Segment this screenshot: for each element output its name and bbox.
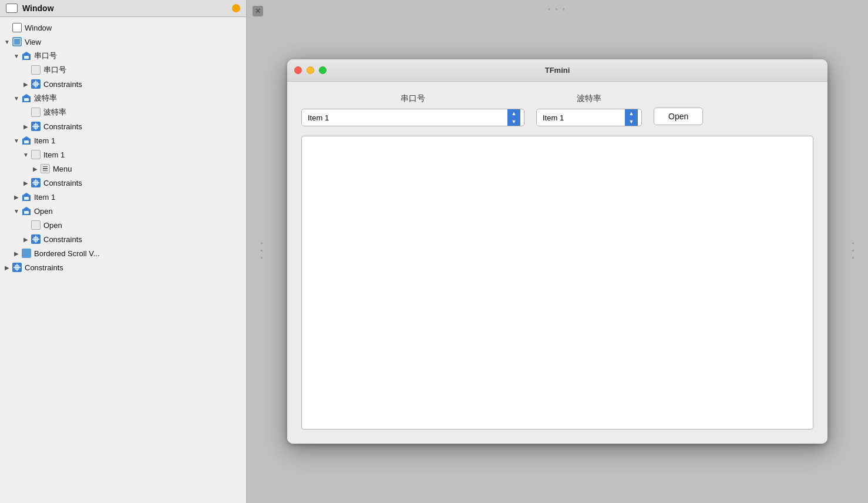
disclosure-serial-constraints[interactable] <box>21 79 31 89</box>
combo-icon-item1 <box>21 135 32 146</box>
open-button-group: x Open <box>654 93 703 126</box>
tree-item-baud-constraints[interactable]: Constraints <box>0 119 246 133</box>
constraints-icon-item1 <box>31 177 41 188</box>
label-open-field: Open <box>43 221 62 230</box>
label-view: View <box>25 38 41 46</box>
combo-icon-item1b <box>21 192 32 202</box>
constraints-icon-root <box>12 262 22 273</box>
label-root-constraints: Constraints <box>25 263 63 272</box>
baud-rate-group: 波特率 ▲ ▼ <box>536 93 642 126</box>
label-serial-constraints: Constraints <box>43 80 82 89</box>
baud-rate-combobox[interactable]: ▲ ▼ <box>536 109 642 126</box>
maximize-traffic-light[interactable] <box>319 66 327 74</box>
tree-item-item1-constraints[interactable]: Constraints <box>0 176 246 190</box>
tree-item-window[interactable]: Window <box>0 21 246 35</box>
textfield-icon-open <box>31 220 41 230</box>
label-open-constraints: Constraints <box>43 235 82 244</box>
tree-item-item1-group[interactable]: Item 1 <box>0 133 246 147</box>
panel-title: Window <box>22 4 54 13</box>
label-item1b: Item 1 <box>34 193 55 202</box>
tree-item-item1-sub[interactable]: Item 1 <box>0 147 246 162</box>
scroll-icon <box>21 248 32 259</box>
disclosure-serial-field <box>21 65 31 75</box>
serial-port-stepper[interactable]: ▲ ▼ <box>507 109 520 126</box>
tree-item-open-field[interactable]: Open <box>0 218 246 232</box>
tree-item-view[interactable]: View <box>0 35 246 49</box>
tree-item-baud-field[interactable]: 波特率 <box>0 105 246 119</box>
dots-right: • • • <box>850 242 856 260</box>
canvas-close-button[interactable]: ✕ <box>253 6 263 16</box>
label-serial-field: 串口号 <box>43 65 66 75</box>
baud-rate-input[interactable] <box>537 110 625 125</box>
dots-top: • • • <box>548 6 566 12</box>
disclosure-item1b[interactable] <box>12 192 21 202</box>
disclosure-menu[interactable] <box>31 164 40 173</box>
svg-rect-13 <box>24 140 29 143</box>
svg-rect-19 <box>24 197 29 200</box>
disclosure-open-constraints[interactable] <box>21 234 31 244</box>
view-tree-icon <box>12 36 22 47</box>
combo-icon-open <box>21 206 32 216</box>
window-icon <box>6 4 18 13</box>
disclosure-open-field <box>21 220 31 230</box>
disclosure-scroll[interactable] <box>12 249 21 258</box>
label-serial-group: 串口号 <box>34 51 57 61</box>
disclosure-open-group[interactable] <box>12 206 21 216</box>
tree-item-open-group[interactable]: Open <box>0 204 246 218</box>
tree-container: Window View 串口号 串口号 <box>0 17 246 278</box>
window-content: 串口号 ▲ ▼ 波特率 ▲ <box>287 82 827 444</box>
disclosure-item1-group[interactable] <box>12 136 21 145</box>
menu-icon <box>40 163 51 174</box>
serial-port-combobox[interactable]: ▲ ▼ <box>301 109 524 126</box>
baud-stepper-up[interactable]: ▲ <box>625 109 638 118</box>
label-item1-sub: Item 1 <box>43 150 65 159</box>
tree-item-scroll[interactable]: Bordered Scroll V... <box>0 246 246 260</box>
open-button[interactable]: Open <box>654 108 703 125</box>
disclosure-baud-constraints[interactable] <box>21 122 31 131</box>
serial-port-input[interactable] <box>302 110 507 125</box>
serial-stepper-down[interactable]: ▼ <box>507 118 520 126</box>
close-traffic-light[interactable] <box>294 66 302 74</box>
textfield-icon-item1 <box>31 149 41 160</box>
label-menu: Menu <box>53 165 72 173</box>
disclosure-view[interactable] <box>2 37 12 46</box>
baud-rate-stepper[interactable]: ▲ ▼ <box>625 109 638 126</box>
textfield-icon-serial <box>31 65 41 75</box>
disclosure-serial-group[interactable] <box>12 51 21 61</box>
tree-item-serial-group[interactable]: 串口号 <box>0 49 246 63</box>
disclosure-root-constraints[interactable] <box>2 263 12 272</box>
label-baud-group: 波特率 <box>34 93 57 103</box>
disclosure-baud-group[interactable] <box>12 93 21 103</box>
combo-icon-baud <box>21 93 32 103</box>
main-textarea[interactable] <box>301 136 813 430</box>
window-title: TFmini <box>545 66 570 75</box>
serial-stepper-up[interactable]: ▲ <box>507 109 520 118</box>
tree-item-serial-constraints[interactable]: Constraints <box>0 77 246 91</box>
tree-item-root-constraints[interactable]: Constraints <box>0 260 246 274</box>
svg-rect-1 <box>24 56 29 59</box>
tree-item-baud-group[interactable]: 波特率 <box>0 91 246 105</box>
tree-item-open-constraints[interactable]: Constraints <box>0 232 246 246</box>
label-item1-constraints: Constraints <box>43 179 82 187</box>
tree-item-menu[interactable]: Menu <box>0 162 246 176</box>
tree-item-serial-field[interactable]: 串口号 <box>0 63 246 77</box>
disclosure-baud-field <box>21 108 31 117</box>
baud-rate-label: 波特率 <box>577 93 601 104</box>
disclosure-item1-constraints[interactable] <box>21 178 31 187</box>
svg-rect-21 <box>24 211 29 214</box>
disclosure-window <box>2 23 12 32</box>
combo-icon-serial <box>21 51 32 61</box>
disclosure-item1-sub[interactable] <box>21 150 31 159</box>
panel-header: Window <box>0 0 246 17</box>
baud-stepper-down[interactable]: ▼ <box>625 118 638 126</box>
form-row: 串口号 ▲ ▼ 波特率 ▲ <box>301 93 813 126</box>
label-baud-field: 波特率 <box>43 107 66 118</box>
minimize-traffic-light[interactable] <box>307 66 314 74</box>
serial-port-group: 串口号 ▲ ▼ <box>301 93 524 126</box>
svg-rect-7 <box>24 98 29 101</box>
constraints-icon-serial <box>31 79 41 89</box>
label-open-group: Open <box>34 207 53 216</box>
dots-left: • • • <box>258 242 265 260</box>
tree-item-item1b[interactable]: Item 1 <box>0 190 246 204</box>
left-panel: Window Window View 串口号 <box>0 0 247 503</box>
